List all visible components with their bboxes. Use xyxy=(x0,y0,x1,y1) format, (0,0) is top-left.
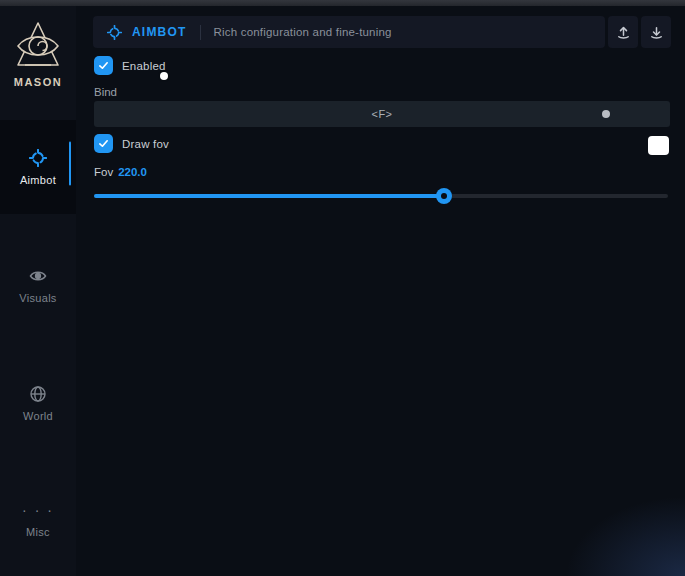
sidebar-item-label: Misc xyxy=(26,526,50,538)
ellipsis-icon: · · · xyxy=(22,505,54,519)
bind-label: Bind xyxy=(94,86,117,98)
sidebar-item-label: World xyxy=(23,410,53,422)
sidebar-item-aimbot[interactable]: Aimbot xyxy=(0,120,76,214)
upload-icon xyxy=(616,25,631,40)
bind-field-dot xyxy=(602,110,610,118)
fov-slider-thumb[interactable] xyxy=(436,188,452,204)
brand-logo: MASON xyxy=(0,20,76,88)
title-bar: AIMBOT Rich configuration and fine-tunin… xyxy=(93,16,605,48)
eye-icon xyxy=(29,267,47,285)
enabled-label: Enabled xyxy=(122,60,166,72)
page-title: AIMBOT xyxy=(132,25,187,39)
mouse-cursor-dot xyxy=(160,72,168,80)
fov-slider[interactable] xyxy=(94,188,668,204)
title-divider xyxy=(200,25,201,40)
draw-fov-label: Draw fov xyxy=(122,138,169,150)
enabled-checkbox[interactable] xyxy=(94,56,113,75)
bind-input[interactable]: <F> xyxy=(94,101,670,127)
pyramid-eye-icon xyxy=(13,20,63,72)
upload-config-button[interactable] xyxy=(608,16,638,48)
check-icon xyxy=(98,60,109,71)
check-icon xyxy=(98,138,109,149)
main-panel: AIMBOT Rich configuration and fine-tunin… xyxy=(76,6,685,576)
fov-value: 220.0 xyxy=(118,166,147,178)
enabled-row: Enabled xyxy=(94,56,166,75)
download-icon xyxy=(649,25,664,40)
fov-label: Fov xyxy=(94,166,113,178)
sidebar-item-world[interactable]: World xyxy=(0,356,76,450)
sidebar: MASON Aimbot Visuals xyxy=(0,6,76,576)
draw-fov-row: Draw fov xyxy=(94,134,169,153)
page-subtitle: Rich configuration and fine-tuning xyxy=(214,26,392,38)
globe-icon xyxy=(29,385,47,403)
page-header: AIMBOT Rich configuration and fine-tunin… xyxy=(93,16,671,48)
crosshair-icon xyxy=(107,25,122,40)
fov-label-row: Fov220.0 xyxy=(94,166,147,178)
bind-value: <F> xyxy=(371,108,392,120)
sidebar-item-label: Visuals xyxy=(19,292,56,304)
sidebar-item-misc[interactable]: · · · Misc xyxy=(0,474,76,568)
crosshair-icon xyxy=(29,149,47,167)
brand-name: MASON xyxy=(0,76,76,88)
draw-fov-checkbox[interactable] xyxy=(94,134,113,153)
fov-color-swatch[interactable] xyxy=(648,136,669,155)
sidebar-item-visuals[interactable]: Visuals xyxy=(0,238,76,332)
sidebar-item-label: Aimbot xyxy=(20,174,56,186)
download-config-button[interactable] xyxy=(641,16,671,48)
fov-slider-fill xyxy=(94,194,444,198)
